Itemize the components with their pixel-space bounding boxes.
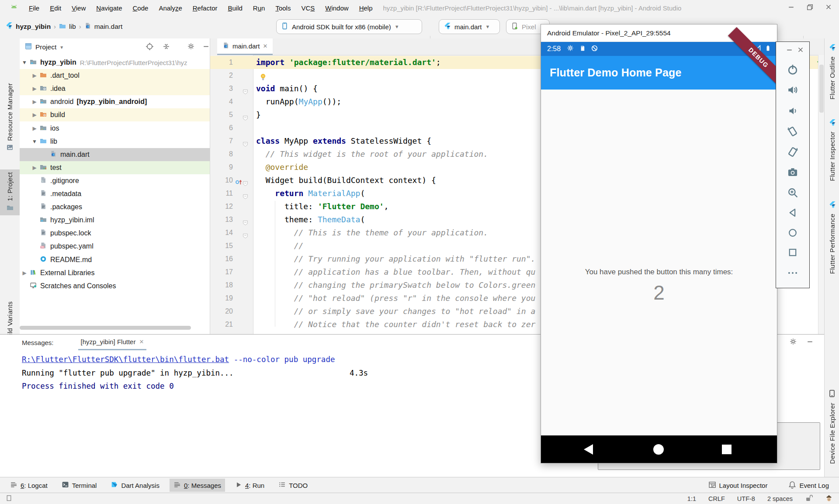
tree-item-main.dart[interactable]: main.dart (20, 148, 210, 161)
tree-item-build[interactable]: ▶build (20, 108, 210, 121)
line-number[interactable]: 9 (210, 161, 233, 174)
tool-button-layout-inspector[interactable]: Layout Inspector (704, 479, 772, 492)
tree-item-ios[interactable]: ▶ios (20, 122, 210, 135)
emulator-rotate-left-icon[interactable] (787, 126, 798, 139)
emulator-camera-icon[interactable] (787, 166, 798, 180)
line-number[interactable]: 3 (210, 82, 233, 95)
tab-main-dart[interactable]: main.dart ✕ (217, 38, 273, 55)
breadcrumb-project[interactable]: hyzp_yibin (16, 23, 51, 31)
locate-file-icon[interactable] (146, 42, 154, 52)
encoding[interactable]: UTF-8 (737, 495, 755, 502)
tool-button-0-messages[interactable]: 0: Messages (170, 479, 225, 492)
project-panel-title[interactable]: Project (35, 43, 56, 51)
emulator-minimize-icon[interactable] (786, 46, 793, 55)
nav-back-button[interactable] (584, 444, 593, 455)
indent-setting[interactable]: 2 spaces (767, 495, 793, 502)
tree-item-test[interactable]: ▶test (20, 161, 210, 174)
tree-item-lib[interactable]: ▼lib (20, 135, 210, 148)
line-number[interactable]: 5 (210, 108, 233, 121)
line-number[interactable]: 21 (210, 318, 233, 331)
tool-button-flutter-inspector[interactable]: Flutter Inspector (825, 119, 839, 181)
chevron-down-icon[interactable]: ▼ (59, 45, 64, 50)
close-window-icon[interactable] (825, 3, 832, 12)
highlighting-level-icon[interactable] (825, 494, 833, 504)
tool-button-dart-analysis[interactable]: Dart Analysis (107, 479, 163, 492)
chevron-expanded-icon[interactable]: ▼ (31, 138, 38, 145)
settings-gear-icon[interactable] (790, 338, 797, 347)
tool-button--project[interactable]: 1: Project (0, 169, 20, 215)
line-number[interactable]: 20 (210, 305, 233, 318)
emulator-more-icon[interactable] (787, 268, 798, 280)
line-number[interactable]: 12 (210, 200, 233, 213)
line-number[interactable]: 14 (210, 226, 233, 239)
line-number[interactable]: 19 (210, 292, 233, 305)
menu-file[interactable]: File (24, 3, 44, 14)
tree-item-android[interactable]: ▶android[hyzp_yibin_android] (20, 95, 210, 108)
chevron-expanded-icon[interactable]: ▼ (21, 59, 28, 66)
chevron-collapsed-icon[interactable]: ▶ (21, 270, 28, 276)
menu-edit[interactable]: Edit (45, 3, 66, 14)
nav-home-button[interactable] (653, 444, 664, 455)
tree-item-hyzp-yibin.iml[interactable]: hyzp_yibin.iml (20, 214, 210, 227)
line-ending[interactable]: CRLF (708, 495, 725, 502)
tool-button-4-run[interactable]: 4: Run (231, 479, 268, 492)
tool-button-6-logcat[interactable]: 6: Logcat (6, 479, 52, 492)
tree-item-.packages[interactable]: .packages (20, 200, 210, 214)
run-configuration-dropdown[interactable]: main.dart ▼ (439, 19, 500, 34)
line-number[interactable]: 17 (210, 266, 233, 279)
caret-position[interactable]: 1:1 (687, 495, 696, 502)
console-file-link[interactable]: R:\Flutter\FlutterSDK\flutter\bin\flutte… (22, 355, 229, 364)
line-number[interactable]: 8 (210, 148, 233, 161)
emulator-power-icon[interactable] (787, 64, 798, 77)
tool-button-flutter-outline[interactable]: Flutter Outline (825, 44, 839, 100)
menu-view[interactable]: View (67, 3, 90, 14)
tree-item-scratches-and-consoles[interactable]: Scratches and Consoles (20, 280, 210, 293)
menu-build[interactable]: Build (223, 3, 246, 14)
line-number[interactable]: 11 (210, 187, 233, 200)
line-number[interactable]: 18 (210, 279, 233, 292)
line-number[interactable]: 13 (210, 213, 233, 226)
emulator-close-icon[interactable] (797, 46, 804, 55)
collapse-all-icon[interactable] (162, 42, 170, 52)
menu-window[interactable]: Window (321, 3, 353, 14)
emulator-back-icon[interactable] (787, 207, 798, 220)
menu-code[interactable]: Code (128, 3, 153, 14)
breadcrumb-folder[interactable]: lib (69, 23, 76, 31)
messages-tab-flutter[interactable]: [hyzp_yibin] Flutter ✕ (78, 335, 147, 350)
menu-run[interactable]: Run (249, 3, 270, 14)
restore-window-icon[interactable] (806, 3, 814, 13)
line-number[interactable]: 4 (210, 95, 233, 108)
menu-tools[interactable]: Tools (271, 3, 295, 14)
chevron-collapsed-icon[interactable]: ▶ (31, 72, 38, 79)
tree-item-.idea[interactable]: ▶.idea (20, 82, 210, 95)
emulator-rotate-right-icon[interactable] (787, 146, 798, 159)
tool-button-resource-manager[interactable]: Resource Manager (0, 80, 20, 155)
line-number[interactable]: 7 (210, 135, 233, 148)
line-number[interactable]: 1 (210, 56, 233, 69)
tree-item-external-libraries[interactable]: ▶External Libraries (20, 266, 210, 280)
emulator-overview-icon[interactable] (787, 247, 798, 259)
readonly-lock-icon[interactable] (805, 494, 813, 503)
tool-button-device-file-explorer[interactable]: Device File Explorer (825, 390, 839, 464)
line-number[interactable]: 2 (210, 69, 233, 82)
menu-help[interactable]: Help (355, 3, 377, 14)
tree-item-.dart-tool[interactable]: ▶.dart_tool (20, 69, 210, 82)
line-number[interactable]: 6 (210, 121, 233, 135)
hide-panel-icon[interactable] (202, 43, 210, 52)
tool-button-flutter-performance[interactable]: Flutter Performance (825, 201, 839, 274)
tool-button-event-log[interactable]: Event Log (784, 479, 833, 492)
minimize-window-icon[interactable] (787, 3, 795, 13)
chevron-collapsed-icon[interactable]: ▶ (31, 86, 38, 92)
menu-navigate[interactable]: Navigate (92, 3, 126, 14)
tree-item-hyzp-yibin[interactable]: ▼hyzp_yibinR:\FlutterProject\FlutterProj… (20, 56, 210, 69)
settings-gear-icon[interactable] (187, 43, 194, 52)
tree-item-pubspec.yaml[interactable]: YMLpubspec.yaml (20, 240, 210, 253)
menu-refactor[interactable]: Refactor (188, 3, 222, 14)
close-tab-icon[interactable]: ✕ (263, 43, 268, 49)
tool-button-terminal[interactable]: Terminal (58, 479, 101, 492)
android-emulator-window[interactable]: Android Emulator - Pixel_2_API_29:5554 2… (541, 24, 777, 463)
emulator-zoom-icon[interactable] (787, 187, 798, 200)
tree-item-.metadata[interactable]: .metadata (20, 187, 210, 200)
emulator-home-icon[interactable] (787, 228, 798, 240)
line-number[interactable]: 16 (210, 252, 233, 266)
